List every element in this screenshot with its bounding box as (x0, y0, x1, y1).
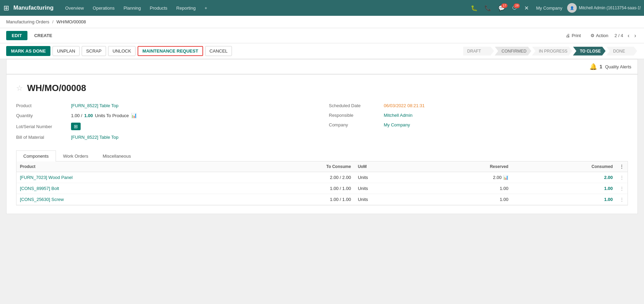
row-product[interactable]: [CONS_25630] Screw (16, 194, 237, 205)
action-button[interactable]: ⚙ Action (587, 31, 612, 40)
avatar[interactable]: 👤 (567, 3, 577, 13)
company-label: Company (329, 122, 384, 127)
row-product[interactable]: [CONS_89957] Bolt (16, 183, 237, 194)
nav-reporting[interactable]: Reporting (173, 4, 199, 12)
company-value[interactable]: My Company (384, 122, 410, 127)
messages-icon[interactable]: 💬17 (496, 3, 507, 13)
app-name: Manufacturing (13, 4, 54, 11)
quantity-unit: Units To Produce (95, 113, 129, 118)
row-product[interactable]: [FURN_7023] Wood Panel (16, 172, 237, 183)
field-scheduled: Scheduled Date 06/03/2022 08:21:31 (329, 101, 628, 111)
field-bom: Bill of Material [FURN_8522] Table Top (16, 133, 315, 142)
responsible-value[interactable]: Mitchell Admin (384, 113, 413, 118)
unlock-button[interactable]: UNLOCK (108, 46, 136, 56)
tab-miscellaneous[interactable]: Miscellaneous (95, 150, 138, 161)
row-consumed: 2.00 (512, 172, 616, 183)
responsible-label: Responsible (329, 113, 384, 118)
field-quantity: Quantity 1.00 / 1.00 Units To Produce 📊 (16, 111, 315, 121)
nav-plus[interactable]: + (201, 4, 211, 12)
table-row: [FURN_7023] Wood Panel 2.00 / 2.00 Units… (16, 172, 628, 183)
print-icon: 🖨 (566, 33, 570, 38)
row-uom: Units (354, 194, 418, 205)
breadcrumb-separator: / (52, 19, 54, 24)
row-dots-menu[interactable]: ⋮ (616, 183, 628, 194)
row-to-consume: 1.00 / 1.00 (237, 194, 354, 205)
col-reserved: Reserved (418, 161, 512, 172)
user-name[interactable]: Mitchell Admin (16113754-saas-15-1-al... (579, 5, 641, 10)
row-dots-menu[interactable]: ⋮ (616, 172, 628, 183)
next-button[interactable]: › (633, 32, 638, 40)
quantity-label: Quantity (16, 113, 71, 118)
row-uom: Units (354, 172, 418, 183)
nav-products[interactable]: Products (147, 4, 171, 12)
unplan-button[interactable]: UNPLAN (52, 46, 80, 56)
pager-text: 2 / 4 (614, 33, 623, 38)
product-value[interactable]: [FURN_8522] Table Top (71, 103, 118, 108)
row-to-consume: 2.00 / 2.00 (237, 172, 354, 183)
quality-alerts-button[interactable]: 🔔 1 Quality Alerts (589, 63, 631, 70)
record-header: ☆ WH/MO/00008 (16, 83, 628, 93)
tabs-bar: Components Work Orders Miscellaneous (16, 150, 628, 161)
breadcrumb-parent[interactable]: Manufacturing Orders (6, 19, 49, 24)
quantity-display: 1.00 / 1.00 Units To Produce 📊 (71, 113, 137, 118)
quantity-fraction: 1.00 / (71, 113, 82, 118)
status-to-close[interactable]: TO CLOSE (573, 47, 606, 56)
status-done[interactable]: DONE (606, 47, 637, 56)
toolbar: EDIT CREATE 🖨 Print ⚙ Action 2 / 4 ‹ › (0, 28, 644, 43)
col-uom: UoM (354, 161, 418, 172)
row-uom: Units (354, 183, 418, 194)
quality-alerts-bar: 🔔 1 Quality Alerts (6, 59, 638, 74)
clock-icon[interactable]: ⏱28 (510, 3, 520, 12)
nav-planning[interactable]: Planning (120, 4, 144, 12)
create-button[interactable]: CREATE (30, 31, 56, 40)
bom-label: Bill of Material (16, 135, 71, 140)
scheduled-label: Scheduled Date (329, 103, 384, 108)
nav-operations[interactable]: Operations (89, 4, 118, 12)
row-to-consume: 1.00 / 1.00 (237, 183, 354, 194)
favorite-star[interactable]: ☆ (16, 84, 23, 93)
col-to-consume: To Consume (237, 161, 354, 172)
grid-icon[interactable]: ⊞ (3, 4, 9, 12)
prev-button[interactable]: ‹ (626, 32, 631, 40)
lot-label: Lot/Serial Number (16, 124, 71, 129)
mark-done-button[interactable]: MARK AS DONE (6, 46, 50, 56)
tab-components[interactable]: Components (16, 150, 56, 161)
gear-icon: ⚙ (590, 33, 595, 38)
phone-icon[interactable]: 📞 (482, 3, 494, 13)
row-consumed: 1.00 (512, 183, 616, 194)
components-table-wrapper: Product To Consume UoM Reserved Consumed… (16, 161, 628, 205)
bom-value[interactable]: [FURN_8522] Table Top (71, 135, 118, 140)
bug-icon[interactable]: 🐛 (468, 3, 480, 13)
lot-add-button[interactable]: ⊞ (71, 123, 81, 130)
chart-icon[interactable]: 📊 (131, 113, 137, 118)
quantity-bold: 1.00 (84, 113, 93, 118)
field-product: Product [FURN_8522] Table Top (16, 101, 315, 111)
scrap-button[interactable]: SCRAP (82, 46, 106, 56)
row-dots-menu[interactable]: ⋮ (616, 194, 628, 205)
field-company: Company My Company (329, 120, 628, 130)
table-row: [CONS_89957] Bolt 1.00 / 1.00 Units 1.00… (16, 183, 628, 194)
edit-button[interactable]: EDIT (6, 31, 27, 40)
status-in-progress[interactable]: IN PROGRESS (532, 47, 572, 56)
maintenance-request-button[interactable]: MAINTENANCE REQUEST (138, 46, 203, 56)
quality-alerts-label: Quality Alerts (605, 64, 631, 69)
pager-controls: 2 / 4 ‹ › (614, 32, 638, 40)
alert-count: 1 (600, 64, 602, 69)
col-consumed: Consumed (512, 161, 616, 172)
col-actions: ⋮ (616, 161, 628, 172)
status-draft[interactable]: DRAFT (463, 47, 494, 56)
print-button[interactable]: 🖨 Print (562, 31, 584, 40)
breadcrumb: Manufacturing Orders / WH/MO/00008 (0, 16, 644, 28)
top-navigation: ⊞ Manufacturing Overview Operations Plan… (0, 0, 644, 16)
company-selector[interactable]: My Company (533, 5, 565, 11)
row-reserved: 2.00 📊 (418, 172, 512, 183)
nav-overview[interactable]: Overview (62, 4, 87, 12)
settings-icon[interactable]: ✕ (522, 3, 531, 13)
breadcrumb-current: WH/MO/00008 (57, 19, 86, 24)
tab-work-orders[interactable]: Work Orders (56, 150, 95, 161)
scheduled-value: 06/03/2022 08:21:31 (384, 103, 425, 108)
field-responsible: Responsible Mitchell Admin (329, 111, 628, 120)
cancel-button[interactable]: CANCEL (205, 46, 232, 56)
product-label: Product (16, 103, 71, 108)
status-confirmed[interactable]: CONFIRMED (495, 47, 531, 56)
